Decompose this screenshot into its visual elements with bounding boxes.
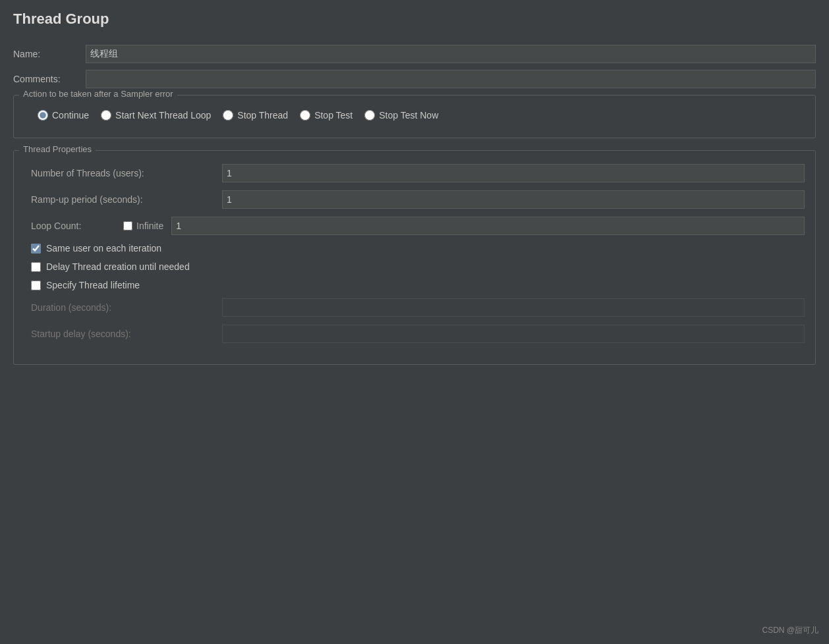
name-row: Name: <box>13 45 816 63</box>
duration-input[interactable] <box>222 298 805 317</box>
comments-input[interactable] <box>86 70 816 88</box>
thread-properties-legend: Thread Properties <box>19 144 96 154</box>
delay-thread-row: Delay Thread creation until needed <box>24 261 805 272</box>
page-title: Thread Group <box>13 11 816 33</box>
radio-start-next[interactable]: Start Next Thread Loop <box>101 110 211 121</box>
ramp-up-label: Ramp-up period (seconds): <box>31 194 222 205</box>
radio-start-next-input[interactable] <box>101 110 111 121</box>
duration-label: Duration (seconds): <box>31 302 222 313</box>
name-input[interactable] <box>86 45 816 63</box>
radio-stop-test-input[interactable] <box>300 110 310 121</box>
infinite-label[interactable]: Infinite <box>136 221 163 231</box>
num-threads-row: Number of Threads (users): <box>24 164 805 182</box>
watermark: CSDN @甜可儿 <box>762 625 818 636</box>
specify-lifetime-row: Specify Thread lifetime <box>24 280 805 290</box>
delay-thread-label[interactable]: Delay Thread creation until needed <box>46 261 190 272</box>
num-threads-input[interactable] <box>222 164 805 182</box>
comments-row: Comments: <box>13 70 816 88</box>
startup-delay-input[interactable] <box>222 325 805 343</box>
same-user-label[interactable]: Same user on each iteration <box>46 243 161 254</box>
radio-stop-thread[interactable]: Stop Thread <box>223 110 288 121</box>
radio-group: Continue Start Next Thread Loop Stop Thr… <box>24 103 805 127</box>
same-user-checkbox[interactable] <box>31 244 41 254</box>
loop-count-row: Loop Count: Infinite <box>24 217 805 235</box>
radio-stop-test-now-input[interactable] <box>364 110 375 121</box>
radio-continue-label: Continue <box>52 110 89 121</box>
radio-stop-test-now[interactable]: Stop Test Now <box>364 110 438 121</box>
radio-start-next-label: Start Next Thread Loop <box>115 110 211 121</box>
startup-delay-row: Startup delay (seconds): <box>24 325 805 343</box>
radio-continue[interactable]: Continue <box>38 110 89 121</box>
same-user-row: Same user on each iteration <box>24 243 805 254</box>
ramp-up-input[interactable] <box>222 190 805 209</box>
startup-delay-label: Startup delay (seconds): <box>31 329 222 339</box>
loop-count-label: Loop Count: <box>31 221 123 231</box>
comments-label: Comments: <box>13 74 86 84</box>
thread-properties-section: Thread Properties Number of Threads (use… <box>13 150 816 365</box>
radio-stop-test-label: Stop Test <box>314 110 353 121</box>
sampler-error-section: Action to be taken after a Sampler error… <box>13 95 816 138</box>
specify-lifetime-checkbox[interactable] <box>31 281 41 290</box>
loop-count-input[interactable] <box>171 217 805 235</box>
radio-stop-thread-label: Stop Thread <box>237 110 288 121</box>
duration-row: Duration (seconds): <box>24 298 805 317</box>
delay-thread-checkbox[interactable] <box>31 262 41 272</box>
infinite-checkbox[interactable] <box>123 221 132 230</box>
num-threads-label: Number of Threads (users): <box>31 168 222 178</box>
radio-stop-test-now-label: Stop Test Now <box>379 110 438 121</box>
ramp-up-row: Ramp-up period (seconds): <box>24 190 805 209</box>
radio-continue-input[interactable] <box>38 110 48 121</box>
specify-lifetime-label[interactable]: Specify Thread lifetime <box>46 280 140 290</box>
sampler-error-legend: Action to be taken after a Sampler error <box>19 89 177 99</box>
radio-stop-test[interactable]: Stop Test <box>300 110 353 121</box>
loop-infinite-wrapper: Infinite <box>123 221 163 231</box>
main-container: Thread Group Name: Comments: Action to b… <box>0 0 829 644</box>
name-label: Name: <box>13 49 86 59</box>
radio-stop-thread-input[interactable] <box>223 110 233 121</box>
